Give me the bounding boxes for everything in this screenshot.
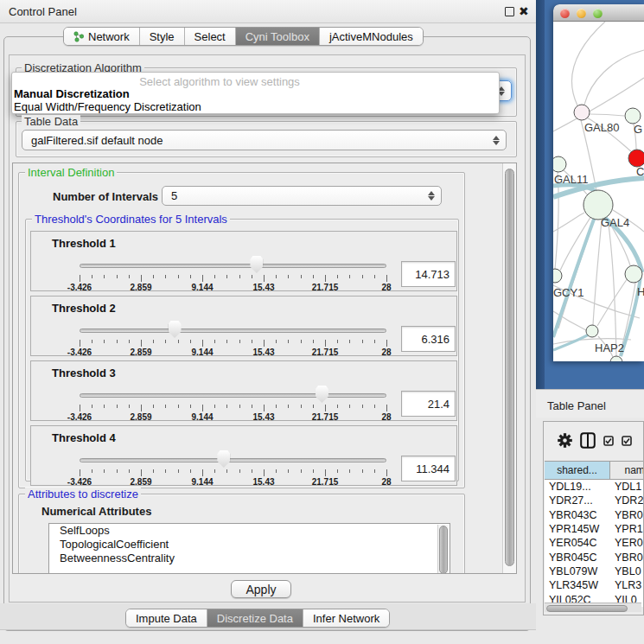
algorithm-option-equal-width[interactable]: Equal Width/Frequency Discretization (14, 100, 201, 113)
major-tick (202, 405, 203, 411)
network-node-gal80[interactable] (574, 105, 590, 120)
tick-label: 2.859 (130, 348, 151, 357)
major-tick (386, 340, 387, 347)
tick-label: -3.426 (67, 412, 92, 422)
split-column-icon[interactable] (580, 432, 596, 449)
table-hscrollbar-thumb[interactable] (546, 605, 628, 612)
table-row[interactable]: YER054CYER0 (545, 536, 644, 550)
table-cell: YDL19... (545, 480, 610, 494)
slider-track[interactable] (80, 264, 386, 268)
settings-scrollbar-thumb[interactable] (505, 169, 514, 566)
table-row[interactable]: YDR27...YDR2 (545, 494, 644, 507)
threshold-label: Threshold 1 (52, 237, 116, 250)
table-row[interactable]: YPR145WYPR1 (545, 522, 644, 536)
minor-tick (190, 275, 191, 278)
slider-handle[interactable] (217, 450, 230, 468)
table-row[interactable]: YBL079WYBL0 (545, 564, 644, 578)
table-cell: YDR2 (610, 494, 644, 507)
minor-tick (252, 469, 252, 473)
settings-scrollbar[interactable] (502, 163, 516, 573)
tab-discretize-data[interactable]: Discretize Data (207, 609, 303, 627)
minimize-button[interactable] (577, 9, 586, 18)
algorithm-placeholder-option[interactable]: Select algorithm to view settings (12, 75, 427, 88)
node-label: GCY1 (553, 286, 583, 299)
table-cell: YPR1 (610, 522, 644, 536)
column-header-name[interactable]: name (610, 462, 644, 479)
slider-handle[interactable] (316, 386, 328, 403)
slider-track[interactable] (80, 393, 386, 398)
num-intervals-combo[interactable]: 5 (162, 186, 442, 206)
numerical-attributes-list[interactable]: SelfLoopsTopologicalCoefficientBetweenne… (48, 523, 450, 574)
tab-jactivemnodules[interactable]: jActiveMNodules (320, 28, 423, 45)
network-node[interactable] (610, 356, 622, 361)
table-hscrollbar[interactable] (545, 603, 641, 612)
major-tick (80, 340, 80, 347)
minor-tick (349, 275, 350, 278)
close-button[interactable] (560, 9, 570, 18)
attribute-list-item[interactable]: TopologicalCoefficient (49, 538, 450, 552)
table-rows: YDL19...YDL1YDR27...YDR2YBR043CYBR0YPR14… (545, 480, 644, 607)
slider-track[interactable] (80, 328, 386, 333)
list-scrollbar[interactable] (437, 525, 449, 574)
close-panel-icon[interactable]: ✖ (519, 4, 529, 18)
table-row[interactable]: YDL19...YDL1 (545, 480, 644, 494)
list-scrollbar-thumb[interactable] (439, 526, 448, 574)
slider-track[interactable] (80, 458, 386, 462)
network-edge[interactable] (593, 220, 602, 325)
tab-style[interactable]: Style (140, 28, 185, 45)
minor-tick (165, 405, 166, 408)
minor-tick (104, 340, 105, 343)
threshold-value-field[interactable]: 14.713 (401, 261, 456, 287)
threshold-value-field[interactable]: 11.344 (401, 456, 456, 481)
major-tick (141, 405, 142, 411)
network-edge-highlighted[interactable] (553, 333, 591, 350)
minor-tick (104, 469, 105, 473)
minor-tick (214, 469, 215, 473)
network-node-hap2[interactable] (586, 325, 598, 337)
slider-handle[interactable] (250, 256, 263, 273)
network-node-g[interactable] (625, 108, 641, 124)
algorithm-option-manual[interactable]: Manual Discretization (14, 87, 130, 100)
table-row[interactable]: YBR045CYBR0 (545, 550, 644, 564)
tab-cyni-toolbox[interactable]: Cyni Toolbox (236, 28, 320, 45)
minor-tick (288, 405, 289, 408)
column-header-shared-name[interactable]: shared... (545, 462, 610, 479)
tick-label: 21.715 (312, 477, 339, 487)
network-edge[interactable] (597, 278, 628, 326)
threshold-value-field[interactable]: 21.4 (401, 391, 456, 417)
network-node-h[interactable] (625, 265, 642, 283)
network-node-gal11[interactable] (553, 156, 566, 172)
table-row[interactable]: YLR345WYLR3 (545, 578, 644, 592)
apply-button[interactable]: Apply (231, 580, 291, 598)
table-data-combo[interactable]: galFiltered.sif default node (22, 130, 507, 150)
network-edge[interactable] (590, 114, 624, 116)
tab-infer-network[interactable]: Infer Network (303, 609, 389, 627)
cyni-mode-tab-bar: Impute DataDiscretize DataInfer Network (125, 609, 390, 628)
tick-label: 21.715 (312, 283, 339, 292)
network-node-c[interactable] (628, 150, 644, 167)
network-node-gcy1[interactable] (553, 269, 562, 283)
tab-label: Impute Data (136, 612, 197, 625)
zoom-button[interactable] (593, 9, 603, 18)
network-window-titlebar (553, 4, 644, 22)
minor-tick (374, 340, 375, 343)
network-node-gal4[interactable] (583, 190, 613, 220)
table-row[interactable]: YBR043CYBR0 (545, 508, 644, 522)
attribute-list-item[interactable]: SelfLoops (49, 524, 450, 538)
network-canvas[interactable]: GAL80GCGAL11GAL4GCY1HHAP2 (553, 22, 644, 361)
tab-network[interactable]: Network (64, 28, 140, 45)
tab-select[interactable]: Select (185, 28, 236, 45)
tick-label: 28 (381, 348, 391, 357)
attribute-list-item[interactable]: BetweennessCentrality (49, 552, 450, 565)
major-tick (202, 340, 203, 347)
network-edge[interactable] (608, 219, 616, 356)
gear-icon[interactable] (558, 433, 572, 448)
threshold-value-field[interactable]: 6.316 (401, 326, 456, 352)
float-window-icon[interactable] (505, 7, 514, 16)
checkbox-icon[interactable] (603, 436, 614, 446)
tab-label: Infer Network (313, 612, 379, 625)
checkbox-icon[interactable] (622, 436, 632, 446)
slider-handle[interactable] (169, 321, 182, 338)
tab-impute-data[interactable]: Impute Data (126, 609, 207, 627)
major-tick (264, 469, 265, 476)
